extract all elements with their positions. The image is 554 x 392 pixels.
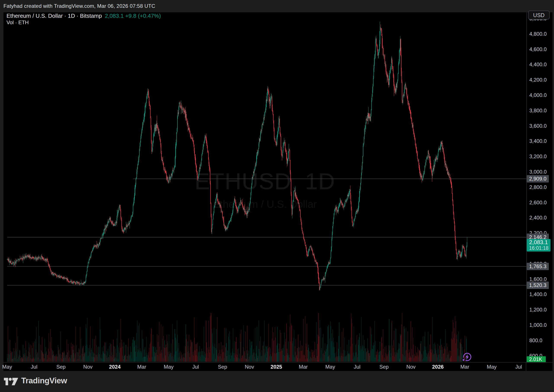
volume-bar xyxy=(58,345,58,362)
price-tick: 2,400.0 xyxy=(529,215,547,221)
volume-bar xyxy=(179,353,180,362)
volume-bar xyxy=(207,348,208,362)
volume-bar xyxy=(281,349,282,362)
volume-indicator-label[interactable]: Vol · ETH xyxy=(7,19,161,26)
volume-bar xyxy=(305,316,305,362)
volume-bar xyxy=(183,357,183,362)
candle-body xyxy=(201,164,201,165)
candle-body xyxy=(45,259,46,260)
volume-bar xyxy=(65,357,66,362)
candle-body xyxy=(112,222,112,224)
volume-bar xyxy=(24,348,25,362)
candle-body xyxy=(25,256,26,256)
candle-body xyxy=(175,157,175,167)
volume-bar xyxy=(152,346,153,362)
volume-bar xyxy=(364,340,365,362)
price-axis[interactable]: 600.0800.01,000.01,200.01,400.01,600.01,… xyxy=(526,12,553,362)
candle-body xyxy=(364,137,364,144)
candle-body xyxy=(106,225,107,227)
candlestick-plot[interactable] xyxy=(3,12,526,362)
candle-body xyxy=(432,170,433,175)
volume-bar xyxy=(195,344,196,362)
chart-canvas[interactable]: ETHUSD, 1D Ethereum / U.S. Dollar Ethere… xyxy=(3,12,526,362)
candle-body xyxy=(463,246,463,247)
candle-body xyxy=(360,189,360,191)
volume-bar xyxy=(332,341,332,362)
candle-body xyxy=(185,110,185,113)
volume-bar xyxy=(432,317,433,362)
volume-bar xyxy=(223,352,223,362)
volume-bar xyxy=(138,349,138,362)
candle-body xyxy=(438,149,439,151)
volume-bar xyxy=(11,352,12,362)
volume-bar xyxy=(305,359,306,362)
volume-bar xyxy=(29,347,29,362)
candle-body xyxy=(243,206,243,210)
volume-bar xyxy=(62,352,62,362)
volume-bar xyxy=(409,352,410,362)
volume-bar xyxy=(194,356,194,362)
volume-bar xyxy=(236,337,236,362)
volume-bar xyxy=(456,321,456,362)
candle-body xyxy=(183,109,184,111)
volume-bar xyxy=(384,359,384,362)
candle-body xyxy=(380,31,380,44)
candle-body xyxy=(87,267,87,272)
horizontal-level-line xyxy=(7,266,526,267)
volume-bar xyxy=(211,313,212,362)
tradingview-logo[interactable]: TradingView xyxy=(4,376,67,385)
volume-bar xyxy=(282,350,282,362)
candle-body xyxy=(223,217,223,218)
volume-bar xyxy=(185,346,186,362)
candle-body xyxy=(93,248,93,250)
candle-body xyxy=(306,248,307,251)
volume-bar xyxy=(89,348,89,362)
volume-bar xyxy=(92,339,93,362)
candle-body xyxy=(66,278,67,279)
volume-bar xyxy=(239,359,239,362)
candle-body xyxy=(397,80,398,82)
volume-bar xyxy=(234,341,235,362)
candle-body xyxy=(206,140,207,143)
candle-body xyxy=(334,213,334,219)
currency-toggle-button[interactable]: USD xyxy=(528,11,550,20)
candle-wick xyxy=(222,210,222,212)
volume-bar xyxy=(196,355,196,362)
candle-body xyxy=(32,258,32,259)
candle-body xyxy=(413,125,413,129)
volume-bar xyxy=(415,356,415,362)
candle-wick xyxy=(145,103,146,107)
candle-body xyxy=(180,102,180,107)
candle-body xyxy=(112,222,113,224)
volume-bar xyxy=(257,327,257,362)
candle-body xyxy=(135,185,135,188)
symbol-description[interactable]: Ethereum / U.S. Dollar · 1D · Bitstamp xyxy=(7,13,102,19)
candle-body xyxy=(203,147,203,150)
candle-body xyxy=(107,223,108,225)
candle-body xyxy=(404,90,404,96)
candle-body xyxy=(53,273,53,275)
volume-bar xyxy=(17,327,17,362)
candle-body xyxy=(404,94,404,96)
volume-bar xyxy=(213,343,213,362)
volume-bar xyxy=(294,357,295,362)
volume-bar xyxy=(394,330,394,362)
candle-body xyxy=(293,200,293,202)
volume-bar xyxy=(137,321,138,362)
candle-body xyxy=(281,136,281,147)
volume-bar xyxy=(132,359,132,362)
price-tick: 3,800.0 xyxy=(529,108,547,114)
volume-bar xyxy=(175,334,175,362)
candle-body xyxy=(106,226,106,227)
volume-bar xyxy=(160,354,160,362)
candle-body xyxy=(39,257,39,258)
time-axis[interactable]: MayJulSepNov2024MarMayJulSepNov2025MarMa… xyxy=(3,362,553,371)
volume-bar xyxy=(242,355,242,362)
candle-body xyxy=(165,171,166,173)
volume-bar xyxy=(251,345,252,362)
boost-lightning-icon[interactable] xyxy=(461,352,473,363)
candle-body xyxy=(168,181,169,182)
candle-body xyxy=(16,260,17,262)
volume-bar xyxy=(200,352,201,362)
volume-bar xyxy=(352,323,352,362)
